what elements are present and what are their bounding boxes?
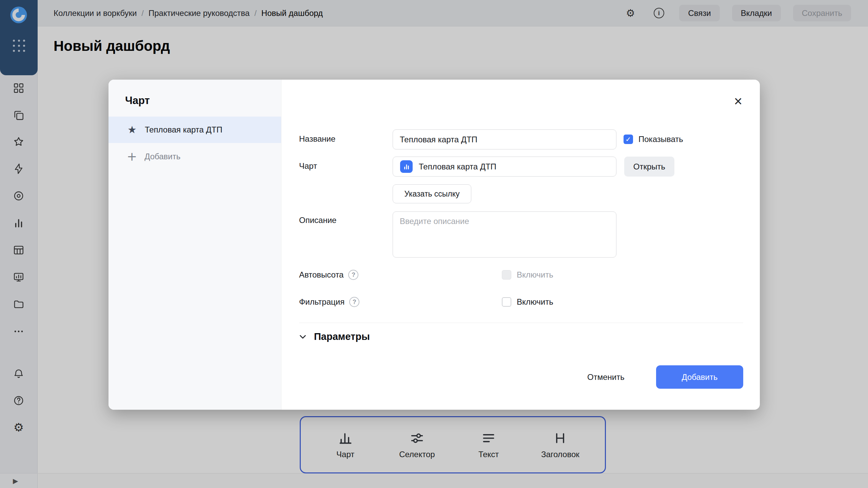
dialog-add-label: Добавить bbox=[144, 152, 180, 161]
name-input[interactable] bbox=[393, 129, 616, 149]
dialog-tab-label: Тепловая карта ДТП bbox=[145, 125, 222, 135]
specify-link-button[interactable]: Указать ссылку bbox=[393, 184, 471, 203]
chart-label: Чарт bbox=[299, 161, 317, 171]
autoheight-toggle-row: Включить bbox=[502, 270, 553, 280]
section-divider bbox=[299, 323, 743, 323]
filtering-toggle-label: Включить bbox=[517, 297, 553, 307]
filtering-toggle-row[interactable]: Включить bbox=[502, 297, 553, 307]
params-label: Параметры bbox=[314, 331, 370, 342]
checkbox-check-icon: ✓ bbox=[626, 135, 631, 143]
autoheight-label-row: Автовысота ? bbox=[299, 270, 358, 280]
plus-icon: + bbox=[127, 150, 137, 163]
close-icon[interactable]: × bbox=[730, 93, 746, 109]
chevron-down-icon bbox=[298, 332, 308, 342]
description-label: Описание bbox=[299, 216, 336, 225]
dialog-tab-selected[interactable]: ★ Тепловая карта ДТП bbox=[108, 117, 281, 143]
filtering-help-icon[interactable]: ? bbox=[349, 297, 359, 307]
description-textarea[interactable] bbox=[393, 211, 616, 258]
dialog-title: Чарт bbox=[125, 95, 150, 107]
name-label: Название bbox=[299, 134, 335, 144]
dialog-side-panel: Чарт ★ Тепловая карта ДТП + Добавить bbox=[108, 80, 281, 410]
chart-mini-icon bbox=[400, 160, 413, 173]
add-button[interactable]: Добавить bbox=[656, 365, 743, 389]
autoheight-label: Автовысота bbox=[299, 270, 343, 280]
autoheight-help-icon[interactable]: ? bbox=[348, 270, 358, 280]
app-root: ⚙ ▶ Коллекции и воркбуки / Практические … bbox=[0, 0, 868, 488]
show-checkbox-label: Показывать bbox=[638, 135, 683, 144]
open-chart-button[interactable]: Открыть bbox=[624, 157, 674, 177]
autoheight-toggle-label: Включить bbox=[517, 270, 553, 280]
params-section-toggle[interactable]: Параметры bbox=[298, 331, 370, 342]
autoheight-checkbox[interactable] bbox=[502, 270, 511, 280]
cancel-button[interactable]: Отменить bbox=[576, 365, 636, 389]
filtering-label-row: Фильтрация ? bbox=[299, 297, 359, 307]
show-checkbox-row[interactable]: ✓ Показывать bbox=[624, 135, 683, 144]
chart-widget-dialog: Чарт ★ Тепловая карта ДТП + Добавить × Н… bbox=[108, 80, 760, 410]
filtering-checkbox[interactable] bbox=[502, 297, 511, 307]
chart-input[interactable] bbox=[393, 157, 616, 177]
star-icon: ★ bbox=[127, 125, 137, 135]
chart-field bbox=[393, 157, 616, 177]
filtering-label: Фильтрация bbox=[299, 297, 344, 307]
show-checkbox[interactable]: ✓ bbox=[624, 135, 633, 144]
dialog-add-tab-button[interactable]: + Добавить bbox=[108, 143, 281, 170]
